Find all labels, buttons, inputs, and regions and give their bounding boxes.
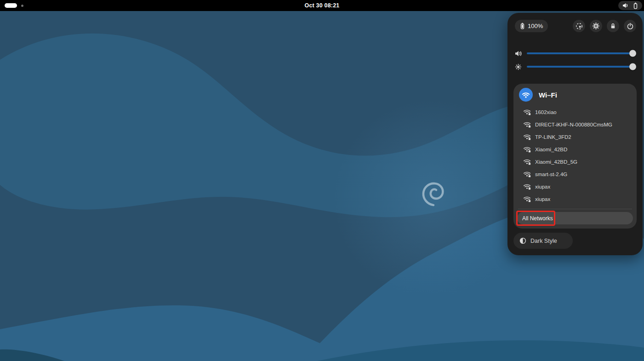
volume-icon [622, 3, 629, 8]
network-name: TP-LINK_3FD2 [535, 134, 571, 140]
dark-style-label: Dark Style [530, 238, 557, 244]
all-networks-button[interactable]: All Networks [517, 212, 633, 224]
wifi-lock-icon [523, 196, 531, 202]
system-status-area[interactable] [618, 1, 642, 10]
volume-slider[interactable] [527, 52, 635, 54]
volume-slider-row [515, 50, 635, 57]
brightness-slider-row [515, 63, 635, 70]
top-bar: Oct 30 08:21 [0, 0, 644, 11]
battery-icon [633, 2, 638, 9]
network-item[interactable]: Xiaomi_42BD_5G [513, 155, 637, 168]
quick-settings-header: 100% [515, 20, 636, 32]
desktop: Oct 30 08:21 100% [0, 0, 644, 361]
wifi-lock-icon [523, 159, 531, 165]
network-item[interactable]: DIRECT-iKHF-N-000880CmsMG [513, 118, 637, 131]
network-item[interactable]: Xiaomi_42BD [513, 143, 637, 155]
network-item[interactable]: xiupax [513, 193, 637, 205]
brightness-slider-knob[interactable] [629, 63, 636, 70]
brightness-slider[interactable] [527, 66, 635, 68]
screenshot-button[interactable] [573, 20, 585, 32]
quick-settings-panel: 100% [507, 13, 643, 255]
network-name: DIRECT-iKHF-N-000880CmsMG [535, 122, 612, 127]
divider [518, 209, 632, 209]
wifi-lock-icon [523, 134, 531, 140]
power-button[interactable] [624, 20, 636, 32]
network-name: 1602xiao [535, 109, 557, 115]
wifi-panel-title: Wi–Fi [539, 91, 557, 99]
wifi-lock-icon [523, 183, 531, 190]
power-icon [627, 23, 634, 30]
network-name: smart-st-2.4G [535, 172, 567, 177]
battery-icon [520, 23, 525, 29]
wifi-lock-icon [523, 146, 531, 153]
battery-percent-label: 100% [528, 23, 543, 29]
clock[interactable]: Oct 30 08:21 [0, 0, 644, 11]
network-name: Xiaomi_42BD [535, 147, 567, 152]
network-item[interactable]: TP-LINK_3FD2 [513, 131, 637, 143]
lock-button[interactable] [607, 20, 619, 32]
battery-status-button[interactable]: 100% [515, 20, 548, 32]
lock-icon [610, 23, 616, 29]
wifi-network-list: 1602xiao DIRECT-iKHF-N-000880CmsMG TP-LI… [513, 106, 637, 205]
dark-style-toggle[interactable]: Dark Style [513, 233, 573, 249]
network-item[interactable]: xiupax [513, 180, 637, 193]
wifi-lock-icon [523, 171, 531, 178]
dark-style-icon [519, 237, 526, 244]
wifi-lock-icon [523, 109, 531, 115]
brightness-icon [515, 63, 522, 70]
wifi-icon [522, 92, 530, 98]
wifi-lock-icon [523, 121, 531, 128]
screenshot-icon [576, 23, 583, 30]
wifi-networks-panel: Wi–Fi 1602xiao DIRECT-iKHF-N-000880CmsMG… [513, 84, 637, 229]
wifi-panel-header: Wi–Fi [519, 88, 557, 102]
network-item[interactable]: smart-st-2.4G [513, 168, 637, 180]
network-name: xiupax [535, 196, 550, 202]
gear-icon [593, 23, 599, 29]
speaker-icon [515, 51, 522, 57]
volume-slider-knob[interactable] [629, 50, 636, 57]
wifi-circle-icon [519, 88, 533, 102]
network-item[interactable]: 1602xiao [513, 106, 637, 118]
header-buttons [573, 20, 636, 32]
all-networks-label: All Networks [522, 215, 553, 222]
network-name: xiupax [535, 184, 550, 189]
settings-button[interactable] [590, 20, 602, 32]
network-name: Xiaomi_42BD_5G [535, 159, 577, 165]
